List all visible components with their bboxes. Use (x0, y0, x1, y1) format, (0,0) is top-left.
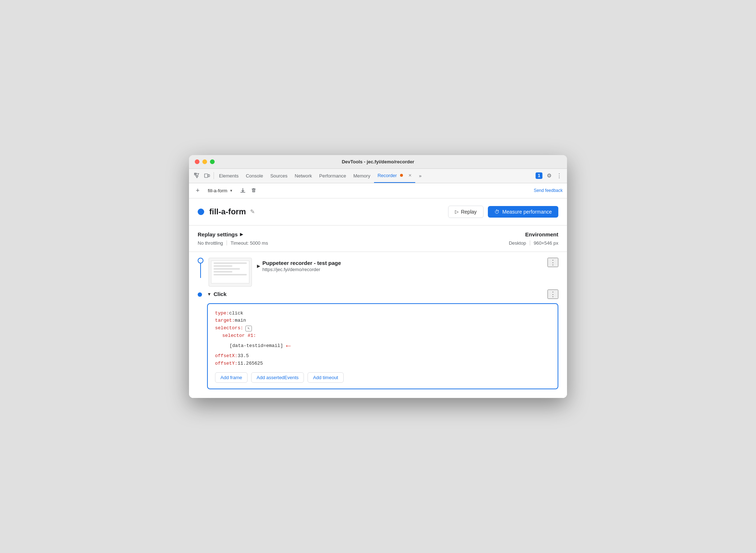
devtools-window: DevTools - jec.fyi/demo/recorder Element… (189, 155, 567, 398)
add-asserted-events-button[interactable]: Add assertedEvents (251, 372, 304, 383)
inspect-icon[interactable] (192, 171, 202, 181)
environment-title: Environment (509, 231, 558, 237)
selectors-key: selectors: (215, 325, 243, 332)
target-key: target: (215, 317, 235, 325)
step-circle-puppeteer (198, 258, 203, 263)
svg-rect-1 (205, 174, 208, 177)
no-throttling-label: No throttling (198, 240, 223, 246)
puppeteer-step-menu[interactable]: ⋮ (547, 258, 558, 267)
selector1-key: selector #1: (222, 332, 256, 340)
step-dot-click (198, 292, 202, 297)
more-options-icon[interactable]: ⋮ (554, 171, 564, 181)
click-step-menu[interactable]: ⋮ (547, 290, 558, 299)
chat-badge[interactable]: 1 (536, 172, 542, 179)
settings-icon[interactable]: ⚙ (544, 171, 554, 181)
settings-expand-icon: ▶ (240, 232, 243, 237)
tab-console[interactable]: Console (242, 168, 267, 183)
target-val: main (235, 317, 246, 325)
selector-picker-icon[interactable]: ↖ (245, 326, 252, 331)
maximize-button[interactable] (210, 159, 215, 164)
minimize-button[interactable] (202, 159, 207, 164)
add-frame-button[interactable]: Add frame (215, 372, 248, 383)
tab-network[interactable]: Network (291, 168, 316, 183)
tab-sources[interactable]: Sources (267, 168, 291, 183)
puppeteer-expand-icon[interactable]: ▶ (257, 263, 260, 269)
settings-divider (227, 240, 227, 245)
recorder-close-icon[interactable]: ✕ (408, 173, 412, 178)
red-arrow-indicator: ← (286, 340, 291, 352)
desktop-label: Desktop (509, 240, 526, 246)
replay-button[interactable]: ▷ Replay (448, 206, 484, 218)
send-feedback-link[interactable]: Send feedback (534, 188, 563, 193)
puppeteer-step-url: https://jec.fyi/demo/recorder (262, 267, 341, 272)
timer-icon: ⏱ (494, 209, 499, 215)
edit-title-icon[interactable]: ✎ (250, 208, 255, 215)
delete-recording-icon[interactable] (249, 186, 258, 195)
measure-performance-button[interactable]: ⏱ Measure performance (488, 206, 558, 218)
selector1-val: [data-testid=email] (229, 342, 283, 350)
traffic-lights (195, 159, 215, 164)
type-key: type: (215, 310, 229, 317)
recording-name: fill-a-form (208, 188, 227, 193)
main-content: fill-a-form ✎ ▷ Replay ⏱ Measure perform… (189, 198, 567, 398)
recording-title: fill-a-form (209, 207, 246, 217)
header-actions: ▷ Replay ⏱ Measure performance (448, 206, 558, 218)
add-recording-button[interactable]: + (193, 186, 202, 195)
settings-bar: Replay settings ▶ No throttling Timeout:… (189, 226, 567, 252)
type-val: click (229, 310, 243, 317)
play-icon: ▷ (455, 209, 459, 214)
devtools-tabs: Elements Console Sources Network Perform… (189, 169, 567, 183)
tab-divider (214, 172, 214, 179)
tab-elements[interactable]: Elements (215, 168, 242, 183)
download-recording-icon[interactable] (238, 186, 248, 195)
toolbar-icons (238, 186, 258, 195)
click-step: ▼ Click ⋮ type: click target: main (198, 290, 558, 390)
settings-left: Replay settings ▶ No throttling Timeout:… (198, 231, 268, 246)
click-step-title: Click (214, 291, 227, 297)
thumbnail-inner (211, 261, 249, 283)
offsetY-key: offsetY: (215, 360, 237, 368)
recording-selector[interactable]: fill-a-form ▾ (205, 187, 235, 195)
chevron-down-icon: ▾ (230, 188, 232, 193)
svg-point-4 (401, 175, 402, 176)
click-expand-icon[interactable]: ▼ (207, 292, 211, 297)
window-title: DevTools - jec.fyi/demo/recorder (342, 159, 414, 164)
close-button[interactable] (195, 159, 199, 164)
offsetX-key: offsetX: (215, 352, 237, 360)
env-info: Desktop 960×546 px (509, 240, 558, 246)
recorder-toolbar: + fill-a-form ▾ Send feedback (189, 183, 567, 198)
add-timeout-button[interactable]: Add timeout (308, 372, 343, 383)
offsetX-val: 33.5 (237, 352, 249, 360)
settings-right: Environment Desktop 960×546 px (509, 231, 558, 246)
recording-header: fill-a-form ✎ ▷ Replay ⏱ Measure perform… (189, 198, 567, 226)
recording-status-dot (198, 209, 204, 215)
device-icon[interactable] (202, 171, 212, 181)
replay-settings-title[interactable]: Replay settings ▶ (198, 231, 268, 237)
settings-info: No throttling Timeout: 5000 ms (198, 240, 268, 246)
tab-performance[interactable]: Performance (315, 168, 349, 183)
svg-rect-2 (208, 175, 210, 177)
step-line-puppeteer (200, 263, 201, 278)
step-thumbnail (209, 258, 252, 287)
tab-more[interactable]: » (415, 168, 425, 183)
resolution-label: 960×546 px (534, 240, 558, 246)
tab-memory[interactable]: Memory (350, 168, 374, 183)
puppeteer-step: ▶ Puppeteer recorder - test page https:/… (198, 258, 558, 287)
puppeteer-step-title: Puppeteer recorder - test page (262, 260, 341, 266)
action-buttons: Add frame Add assertedEvents Add timeout (215, 372, 550, 383)
tab-recorder[interactable]: Recorder ✕ (374, 168, 415, 183)
code-block: type: click target: main selectors: ↖ (207, 303, 558, 390)
offsetY-val: 11.265625 (237, 360, 263, 368)
titlebar: DevTools - jec.fyi/demo/recorder (189, 155, 567, 169)
timeout-label: Timeout: 5000 ms (231, 240, 268, 246)
env-divider (530, 240, 530, 245)
steps-area: ▶ Puppeteer recorder - test page https:/… (189, 252, 567, 398)
